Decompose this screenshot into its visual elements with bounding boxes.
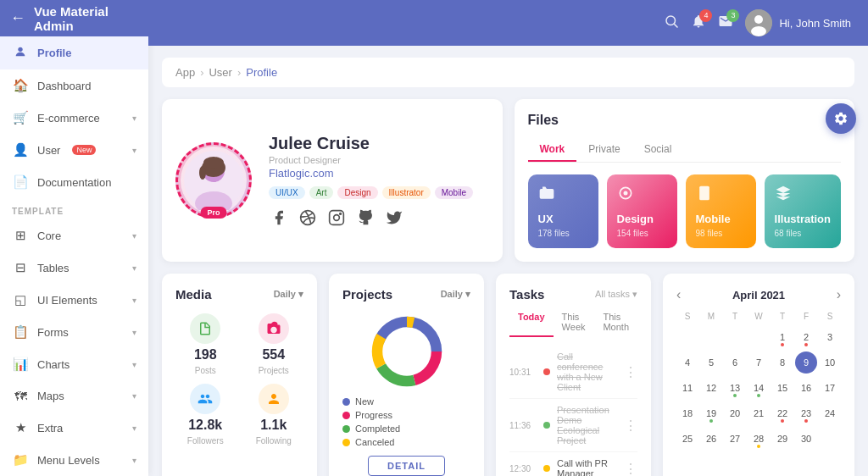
- folder-design[interactable]: Design 154 files: [607, 174, 677, 248]
- cal-day-12[interactable]: 12: [700, 377, 722, 399]
- media-period[interactable]: Daily ▾: [274, 289, 303, 300]
- sidebar-label-dashboard: Dashboard: [37, 80, 92, 92]
- back-icon[interactable]: ←: [10, 9, 25, 27]
- user-menu[interactable]: Hi, John Smith: [745, 9, 851, 36]
- tag-art[interactable]: Art: [309, 186, 334, 199]
- cal-day-9[interactable]: 9: [795, 351, 817, 374]
- charts-icon: 📊: [12, 357, 29, 372]
- cal-day-29[interactable]: 29: [771, 428, 793, 450]
- svg-point-11: [203, 157, 224, 169]
- breadcrumb-user[interactable]: User: [209, 66, 231, 79]
- cal-day-2[interactable]: 2: [795, 326, 817, 348]
- cal-day-20[interactable]: 20: [724, 402, 746, 424]
- task-more-1[interactable]: ⋮: [624, 364, 637, 380]
- sidebar-item-extra[interactable]: ★ Extra ▾: [0, 412, 148, 444]
- cal-day-17[interactable]: 17: [819, 377, 841, 399]
- sidebar-item-ui-elements[interactable]: ◱ UI Elements ▾: [0, 284, 148, 316]
- tab-this-week[interactable]: This Week: [554, 308, 595, 337]
- mail-button[interactable]: 3: [718, 14, 733, 33]
- cal-day-10[interactable]: 10: [819, 351, 841, 374]
- cal-day-24[interactable]: 24: [819, 402, 841, 424]
- breadcrumb-app[interactable]: App: [175, 66, 195, 79]
- folder-illustration[interactable]: Illustration 68 files: [765, 174, 841, 248]
- task-more-2[interactable]: ⋮: [624, 418, 637, 434]
- sidebar-item-core[interactable]: ⊞ Core ▾: [0, 219, 148, 252]
- notifications-button[interactable]: 4: [691, 14, 706, 33]
- cal-header-s2: S: [819, 309, 841, 324]
- sidebar-item-dashboard[interactable]: 🏠 Dashboard: [0, 69, 148, 102]
- forms-icon: 📋: [12, 324, 29, 340]
- cal-day-15[interactable]: 15: [771, 377, 793, 399]
- dribbble-icon[interactable]: [298, 208, 318, 228]
- tab-this-month[interactable]: This Month: [594, 308, 637, 337]
- cal-day-27[interactable]: 27: [724, 428, 746, 450]
- task-time-2: 11:36: [509, 421, 537, 430]
- cal-day-11[interactable]: 11: [676, 377, 698, 399]
- tag-mobile[interactable]: Mobile: [435, 186, 473, 199]
- svg-point-1: [666, 16, 676, 25]
- cal-day-3[interactable]: 3: [819, 326, 841, 348]
- ui-arrow: ▾: [132, 296, 136, 305]
- cal-day-7[interactable]: 7: [748, 351, 770, 374]
- twitter-icon[interactable]: [384, 208, 404, 228]
- cal-day-6[interactable]: 6: [724, 351, 746, 374]
- bell-badge: 4: [699, 9, 712, 22]
- search-button[interactable]: [664, 14, 679, 33]
- tab-today[interactable]: Today: [509, 308, 554, 337]
- cal-next[interactable]: ›: [837, 287, 841, 302]
- settings-button[interactable]: [826, 103, 856, 134]
- core-arrow: ▾: [132, 231, 136, 241]
- tasks-filter[interactable]: All tasks ▾: [595, 289, 637, 300]
- sidebar-item-forms[interactable]: 📋 Forms ▾: [0, 316, 148, 348]
- cal-day-19[interactable]: 19: [700, 402, 722, 424]
- cal-day-18[interactable]: 18: [676, 402, 698, 424]
- folder-ux[interactable]: UX 178 files: [528, 174, 598, 248]
- cal-day-5[interactable]: 5: [700, 351, 722, 374]
- cal-header-w: W: [748, 309, 770, 324]
- mobile-folder-icon: [696, 185, 746, 206]
- cal-day-25[interactable]: 25: [676, 428, 698, 450]
- tag-illustrator[interactable]: Illustrator: [382, 186, 431, 199]
- profile-company[interactable]: Flatlogic.com: [269, 167, 489, 180]
- sidebar-item-charts[interactable]: 📊 Charts ▾: [0, 348, 148, 380]
- github-icon[interactable]: [355, 208, 376, 228]
- sidebar-label-ecommerce: E-commerce: [37, 112, 100, 125]
- projects-period[interactable]: Daily ▾: [441, 289, 470, 300]
- sidebar-item-menu-levels[interactable]: 📁 Menu Levels ▾: [0, 444, 148, 476]
- tag-uiux[interactable]: UI/UX: [269, 186, 305, 199]
- tab-work[interactable]: Work: [528, 138, 577, 162]
- bottom-grid: Media Daily ▾ 198 Posts: [162, 274, 854, 476]
- tab-social[interactable]: Social: [632, 138, 684, 162]
- sidebar-item-maps[interactable]: 🗺 Maps ▾: [0, 380, 148, 412]
- cal-day-13[interactable]: 13: [724, 377, 746, 399]
- sidebar-item-profile[interactable]: Profile: [0, 36, 148, 69]
- cal-day-16[interactable]: 16: [795, 377, 817, 399]
- cal-day-21[interactable]: 21: [748, 402, 770, 424]
- tab-private[interactable]: Private: [576, 138, 632, 162]
- cal-day-22[interactable]: 22: [771, 402, 793, 424]
- cal-day-empty3: [724, 326, 746, 348]
- facebook-icon[interactable]: [269, 208, 289, 228]
- detail-button[interactable]: DETAIL: [368, 456, 445, 476]
- breadcrumb-profile: Profile: [246, 66, 277, 79]
- sidebar-item-documentation[interactable]: 📄 Documentation: [0, 166, 148, 198]
- cal-day-14[interactable]: 14: [748, 377, 770, 399]
- tasks-tabs: Today This Week This Month: [509, 308, 637, 337]
- cal-day-30[interactable]: 30: [795, 428, 817, 450]
- cal-prev[interactable]: ‹: [676, 287, 681, 302]
- cal-day-23[interactable]: 23: [795, 402, 817, 424]
- cal-day-8[interactable]: 8: [771, 351, 793, 374]
- instagram-icon[interactable]: [326, 208, 347, 228]
- tag-design[interactable]: Design: [337, 186, 377, 199]
- folder-mobile[interactable]: Mobile 98 files: [686, 174, 756, 248]
- cal-day-1[interactable]: 1: [771, 326, 793, 348]
- sidebar-item-tables[interactable]: ⊟ Tables ▾: [0, 252, 148, 284]
- legend-new: New: [342, 396, 470, 407]
- task-time-3: 12:30: [509, 464, 537, 473]
- cal-day-26[interactable]: 26: [700, 428, 722, 450]
- task-more-3[interactable]: ⋮: [624, 461, 637, 477]
- cal-day-28[interactable]: 28: [748, 428, 770, 450]
- cal-day-4[interactable]: 4: [676, 351, 698, 374]
- sidebar-item-ecommerce[interactable]: 🛒 E-commerce ▾: [0, 102, 148, 134]
- sidebar-item-user[interactable]: 👤 User New ▾: [0, 134, 148, 166]
